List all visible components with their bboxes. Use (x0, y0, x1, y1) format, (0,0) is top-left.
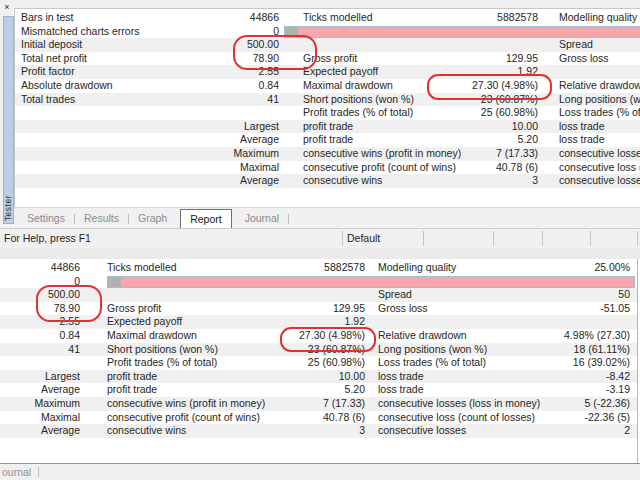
report-cell: Maximal (0, 411, 80, 425)
tab-journal-remnant[interactable]: ournal (2, 464, 31, 480)
report-cell: Absolute drawdown (21, 79, 113, 93)
report-cell: 50 (505, 288, 630, 302)
report-cell: -22.36 (5) (505, 411, 630, 425)
report-cell: consecutive wins (107, 424, 186, 438)
report-row: Bars in test44866Ticks modelled5882578Mo… (15, 11, 640, 25)
status-separator (342, 231, 343, 246)
report-cell: consecutive losses (378, 424, 466, 438)
report-cell: profit trade (303, 133, 353, 147)
status-separator (590, 231, 591, 246)
status-separator (493, 231, 494, 246)
report-cell: 3 (235, 424, 365, 438)
tab-separator (288, 214, 289, 224)
report-cell: Expected payoff (107, 315, 182, 329)
report-cell: Ticks modelled (303, 11, 373, 25)
report-cell: Long positions (won %) (378, 343, 487, 357)
report-cell: profit trade (107, 383, 157, 397)
report-cell: consecutive losses (559, 174, 640, 188)
report-cell: 16 (39.02%) (505, 356, 630, 370)
report-cell: loss trade (559, 120, 605, 134)
report-cell: profit trade (303, 120, 353, 134)
tester-dock-label: Tester (3, 195, 13, 221)
report-cell: Relative drawdown (559, 79, 640, 93)
red-annotation-circle (280, 327, 376, 352)
report-row: Maximalconsecutive profit (count of wins… (15, 161, 640, 175)
report-cell: Gross loss (378, 302, 428, 316)
report-row: Averageconsecutive wins3consecutive loss… (15, 174, 640, 188)
report-cell: consecutive wins (303, 174, 382, 188)
tab-report[interactable]: Report (180, 209, 232, 228)
report-cell: Loss trades (% of total) (378, 356, 486, 370)
status-help-text: For Help, press F1 (4, 229, 91, 248)
red-annotation-circle (36, 285, 102, 322)
close-icon[interactable]: × (2, 2, 12, 13)
report-cell: Modelling quality (559, 11, 637, 25)
tester-dock-strip[interactable]: Tester (3, 16, 14, 224)
report-cell: Largest (0, 370, 80, 384)
report-cell: Short positions (won %) (107, 343, 218, 357)
status-separator (423, 231, 424, 246)
report-cell: 10.00 (235, 370, 365, 384)
report-row: Profit trades (% of total)25 (60.98%)Los… (0, 356, 637, 370)
report-cell: Loss trades (% of total) (559, 106, 640, 120)
report-cell: Maximum (0, 397, 80, 411)
report-cell: Spread (378, 288, 412, 302)
report-cell: 18 (61.11%) (505, 343, 630, 357)
tester-tab-strip: SettingsResultsGraphReportJournal (14, 207, 640, 229)
report-cell: Gross profit (107, 302, 161, 316)
report-cell: 40.78 (6) (385, 161, 538, 175)
report-row: Averageprofit trade5.20loss trade-3.19 (0, 383, 637, 397)
report-cell: Maximal drawdown (107, 329, 197, 343)
report-row: Averageprofit trade5.20loss trade (15, 133, 640, 147)
report-cell: 44866 (135, 11, 279, 25)
report-cell: Ticks modelled (107, 261, 177, 275)
tab-settings[interactable]: Settings (18, 210, 74, 227)
report-cell: Relative drawdown (378, 329, 467, 343)
report-cell: 5882578 (385, 11, 538, 25)
quality-bar-gray-segment (108, 277, 121, 287)
report-cell: 7 (17.33) (235, 397, 365, 411)
report-cell: Modelling quality (378, 261, 456, 275)
report-cell: loss trade (559, 133, 605, 147)
report-cell: Maximal (135, 161, 279, 175)
status-profile-label: Default (347, 229, 380, 248)
report-cell: 44866 (0, 261, 80, 275)
red-annotation-circle (427, 74, 552, 100)
report-cell: Long positions (won %) (559, 93, 640, 107)
strategy-tester-report-window: × Tester Bars in test44866Ticks modelled… (0, 0, 640, 480)
report-cell: 4.98% (27.30) (505, 329, 630, 343)
report-row: Total net profit78.90Gross profit129.95G… (15, 52, 640, 66)
report-cell: consecutive losses (loss in money) (559, 147, 640, 161)
report-cell: 5.20 (385, 133, 538, 147)
report-cell: consecutive loss (count of losses) (559, 161, 640, 175)
report-cell: 25 (60.98%) (385, 106, 538, 120)
report-cell: 10.00 (385, 120, 538, 134)
report-cell: Maximal drawdown (303, 79, 393, 93)
report-cell: -3.19 (505, 383, 630, 397)
report-cell: Spread (559, 38, 593, 52)
report-row: Averageconsecutive wins3consecutive loss… (0, 424, 637, 438)
report-cell: 129.95 (385, 52, 538, 66)
report-cell: Gross loss (559, 52, 609, 66)
bottom-tab-strip: ournal (0, 463, 640, 480)
tab-journal[interactable]: Journal (236, 210, 288, 227)
report-cell: 7 (17.33) (385, 147, 538, 161)
report-cell: 40.78 (6) (235, 411, 365, 425)
report-cell: Total trades (21, 93, 75, 107)
report-cell: profit trade (107, 370, 157, 384)
tab-separator (38, 467, 39, 477)
tab-graph[interactable]: Graph (129, 210, 176, 227)
status-separator (637, 231, 638, 246)
report-table-top: Bars in test44866Ticks modelled5882578Mo… (14, 8, 640, 208)
report-cell: 3 (385, 174, 538, 188)
report-row: Largestprofit trade10.00loss trade-8.42 (0, 370, 637, 384)
report-row: Profit trades (% of total)25 (60.98%)Los… (15, 106, 640, 120)
report-cell: Expected payoff (303, 65, 378, 79)
report-cell: Largest (135, 120, 279, 134)
tab-results[interactable]: Results (75, 210, 128, 227)
report-cell: Profit trades (% of total) (107, 356, 217, 370)
report-cell: Initial deposit (21, 38, 82, 52)
report-cell: -8.42 (505, 370, 630, 384)
report-cell: 5 (-22.36) (505, 397, 630, 411)
report-cell: Bars in test (21, 11, 74, 25)
